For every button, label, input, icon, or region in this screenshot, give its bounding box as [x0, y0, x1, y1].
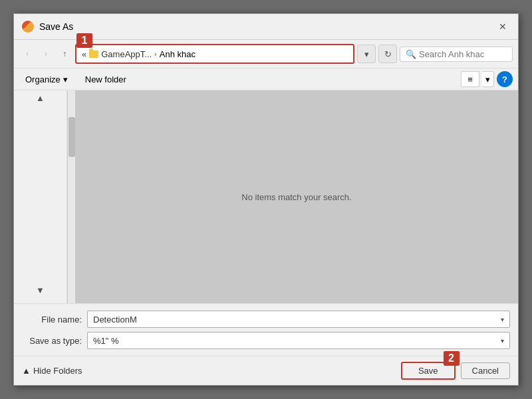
breadcrumb-parent-text: GameAppT...: [101, 49, 152, 59]
toolbar-right: ≡ ▾ ?: [461, 71, 513, 87]
hide-folders-button[interactable]: ▲ Hide Folders: [22, 366, 82, 376]
back-button[interactable]: ‹: [19, 46, 35, 62]
save-as-dialog: Save As ✕ ‹ › ↑ 1 « GameAppT... › Anh kh…: [13, 13, 519, 386]
app-icon: [22, 21, 34, 33]
help-label: ?: [502, 74, 507, 84]
sidebar-items: [14, 106, 66, 283]
filename-label: File name:: [22, 315, 82, 325]
bottom-bar: ▲ Hide Folders Save 2 Cancel: [14, 356, 518, 385]
filetype-value: %1" %: [93, 336, 119, 346]
close-button[interactable]: ✕: [495, 19, 510, 34]
hide-folders-icon: ▲: [22, 366, 31, 376]
sidebar: ▲ ▼: [14, 90, 67, 303]
filename-dropdown-icon: ▾: [501, 316, 504, 323]
new-folder-button[interactable]: New folder: [79, 72, 132, 87]
view-dropdown-button[interactable]: ▾: [482, 71, 494, 87]
filename-row: File name: DetectionM ▾: [22, 311, 510, 328]
empty-message: No items match your search.: [241, 192, 351, 202]
step-2-annotation: 2: [444, 351, 460, 366]
breadcrumb-dropdown-button[interactable]: ▾: [357, 45, 376, 63]
filename-input[interactable]: DetectionM ▾: [87, 311, 510, 328]
view-arrow-icon: ▾: [485, 74, 490, 84]
sidebar-item-3[interactable]: [14, 122, 66, 130]
view-button[interactable]: ≡: [461, 71, 479, 87]
filetype-row: Save as type: %1" % ▾: [22, 332, 510, 349]
hide-folders-label: Hide Folders: [33, 366, 82, 376]
toolbar: Organize ▾ New folder ≡ ▾ ?: [14, 68, 518, 90]
breadcrumb-prefix: «: [82, 49, 86, 59]
nav-bar: ‹ › ↑ 1 « GameAppT... › Anh khac ▾ ↻ 🔍: [14, 40, 518, 68]
form-area: File name: DetectionM ▾ Save as type: %1…: [14, 303, 518, 356]
filetype-label: Save as type:: [22, 336, 82, 346]
organize-arrow-icon: ▾: [63, 74, 68, 84]
filename-value: DetectionM: [93, 315, 137, 325]
sidebar-item-2[interactable]: [14, 114, 66, 122]
search-icon: 🔍: [406, 49, 416, 59]
filetype-dropdown-icon: ▾: [501, 337, 504, 344]
scrollbar-thumb[interactable]: [68, 117, 75, 157]
step-1-annotation: 1: [76, 33, 92, 48]
refresh-button[interactable]: ↻: [378, 45, 397, 63]
cancel-button[interactable]: Cancel: [461, 362, 510, 379]
breadcrumb-current: Anh khac: [160, 49, 196, 59]
breadcrumb-separator: ›: [154, 50, 157, 58]
sidebar-scroll-down[interactable]: ▼: [14, 283, 66, 298]
dialog-title: Save As: [39, 21, 490, 32]
search-box[interactable]: 🔍: [400, 47, 513, 62]
breadcrumb-parent: « GameAppT...: [82, 49, 152, 59]
cancel-label: Cancel: [472, 366, 499, 376]
bottom-right: Save 2 Cancel: [401, 362, 510, 380]
save-label: Save: [418, 366, 438, 376]
sidebar-item-1[interactable]: [14, 106, 66, 114]
up-button[interactable]: ↑: [57, 46, 72, 62]
breadcrumb-bar[interactable]: 1 « GameAppT... › Anh khac: [75, 44, 354, 64]
forward-button[interactable]: ›: [38, 46, 54, 62]
sidebar-scroll-up[interactable]: ▲: [14, 90, 66, 106]
save-button[interactable]: Save 2: [401, 362, 456, 380]
folder-icon: [89, 51, 98, 58]
organize-button[interactable]: Organize ▾: [19, 72, 74, 87]
organize-label: Organize: [25, 74, 61, 84]
filetype-input[interactable]: %1" % ▾: [87, 332, 510, 349]
help-button[interactable]: ?: [497, 71, 513, 87]
sidebar-scrollbar[interactable]: [67, 90, 75, 303]
search-input[interactable]: [419, 49, 507, 59]
new-folder-label: New folder: [85, 74, 126, 84]
main-area: ▲ ▼ No items match your search.: [14, 90, 518, 303]
content-area: No items match your search.: [75, 90, 518, 303]
view-icon: ≡: [467, 74, 473, 84]
